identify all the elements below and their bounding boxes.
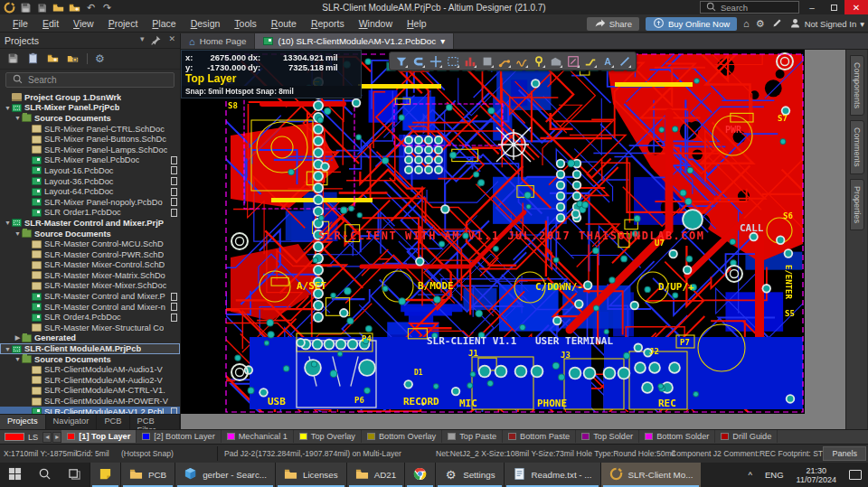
- trace-tool-icon[interactable]: [582, 53, 598, 69]
- undo-icon[interactable]: ↶: [85, 2, 97, 14]
- taskbar-task-view[interactable]: [60, 463, 90, 487]
- pen-icon[interactable]: [771, 17, 783, 31]
- project-options-icon[interactable]: [67, 52, 80, 65]
- menu-edit[interactable]: Edit: [35, 16, 66, 31]
- scroll-left-icon[interactable]: ◂: [42, 432, 52, 443]
- minimize-button[interactable]: –: [801, 0, 823, 14]
- expand-open-icon[interactable]: ▼: [4, 105, 12, 111]
- paste-icon[interactable]: [27, 52, 40, 65]
- tab-active-pcbdoc[interactable]: (10) SLR-ClientModuleAM-V1.2.PcbDoc ▾: [255, 33, 454, 49]
- gear-icon[interactable]: ⚙: [95, 52, 108, 65]
- right-tab-properties[interactable]: Properties: [850, 179, 864, 230]
- layer-set-selector[interactable]: LS: [0, 433, 42, 442]
- taskbar-ad21-folder[interactable]: AD21: [346, 463, 405, 487]
- pcb-canvas[interactable]: [181, 50, 845, 429]
- menu-tools[interactable]: Tools: [227, 16, 264, 31]
- text-tool-icon[interactable]: A: [599, 53, 615, 69]
- panel-tab-pcb[interactable]: PCB: [97, 415, 129, 429]
- tree-item[interactable]: SLR-Master Mixer-Control.SchD: [0, 260, 180, 271]
- tree-item[interactable]: SLR-Mixer Panel-Lamps.SchDoc: [0, 145, 180, 155]
- open-project-icon[interactable]: [69, 2, 80, 14]
- altium-logo-icon[interactable]: [4, 2, 15, 14]
- layer-tab-top-paste[interactable]: Top Paste: [442, 430, 503, 443]
- projects-search-box[interactable]: Search: [5, 72, 175, 88]
- home-icon[interactable]: ⌂: [743, 19, 750, 29]
- taskbar-start[interactable]: [0, 463, 30, 487]
- expand-closed-icon[interactable]: ▶: [14, 334, 22, 342]
- tree-item[interactable]: SLR Order4.PcbDoc: [0, 312, 180, 323]
- tree-item[interactable]: SLR Order1.PcbDoc: [0, 208, 180, 219]
- tab-home-page[interactable]: ⌂ Home Page: [181, 33, 255, 49]
- tree-item[interactable]: SLR-Master Control-MCU.SchD: [0, 239, 180, 249]
- menu-design[interactable]: Design: [184, 16, 228, 31]
- taskbar-readme[interactable]: Readme.txt - ...: [504, 463, 600, 487]
- line-tool-icon[interactable]: [617, 53, 632, 69]
- share-button[interactable]: Share: [587, 17, 639, 31]
- taskbar-altium[interactable]: SLR-Client Mo...: [600, 463, 702, 487]
- tree-item[interactable]: SLR-ClientModuleAM-Audio1-V: [0, 364, 180, 375]
- taskbar-licenses-folder[interactable]: Licenses: [275, 463, 346, 487]
- right-tab-comments[interactable]: Comments: [850, 120, 864, 174]
- menu-reports[interactable]: Reports: [304, 16, 352, 31]
- menu-view[interactable]: View: [66, 16, 101, 31]
- tree-item[interactable]: ▼SLR-Master Control and Mixer.PrjP: [0, 218, 180, 229]
- close-button[interactable]: ✕: [844, 0, 868, 14]
- layer-tab-drill-guide[interactable]: Drill Guide: [715, 430, 778, 443]
- layer-tab-top-solder[interactable]: Top Solder: [576, 430, 639, 443]
- redo-icon[interactable]: ↷: [101, 2, 113, 14]
- taskbar-sticky-notes[interactable]: [90, 463, 120, 487]
- layer-tab-bottom-overlay[interactable]: Bottom Overlay: [362, 430, 442, 443]
- layer-tab-mechanical-1[interactable]: Mechanical 1: [222, 430, 294, 443]
- via-tool-icon[interactable]: [531, 53, 546, 69]
- layer-tab--1-top-layer[interactable]: [1] Top Layer: [61, 430, 137, 443]
- maximize-button[interactable]: [823, 0, 844, 14]
- tree-item[interactable]: SLR-Mixer Panel-CTRL.SchDoc: [0, 124, 180, 135]
- taskbar-pcb-folder[interactable]: PCB: [120, 463, 175, 487]
- layer-tab-bottom-solder[interactable]: Bottom Solder: [639, 430, 715, 443]
- route-tool-icon[interactable]: [496, 53, 512, 69]
- buy-online-now-button[interactable]: Buy Online Now: [646, 17, 737, 31]
- tree-item[interactable]: SLR-Master Mixer-Matrix.SchDo: [0, 270, 180, 281]
- tree-item[interactable]: ▼Source Documents: [0, 354, 180, 365]
- expand-open-icon[interactable]: ▼: [14, 230, 22, 237]
- tree-item[interactable]: Layout-36.PcbDoc: [0, 176, 180, 187]
- tree-item[interactable]: SLR-Master Control-PWR.SchD: [0, 249, 180, 260]
- expand-open-icon[interactable]: ▼: [14, 115, 22, 121]
- titlebar-search-box[interactable]: Search: [700, 1, 799, 14]
- tree-item[interactable]: Layout-16.PcbDoc: [0, 165, 180, 176]
- tree-item[interactable]: SLR-ClientModuleAM-CTRL-V1.: [0, 386, 180, 397]
- scroll-right-icon[interactable]: ▸: [52, 432, 61, 443]
- tree-item[interactable]: ▼SLR-Mixer Panel.PrjPcb: [0, 103, 180, 114]
- tree-item[interactable]: SLR-Master Mixer-Mixer.SchDoc: [0, 281, 180, 292]
- panels-button[interactable]: Panels: [823, 446, 866, 461]
- tree-item[interactable]: Project Group 1.DsnWrk: [0, 92, 180, 103]
- hidden-icons-chevron[interactable]: ^: [742, 463, 759, 487]
- panel-tab-pcb-filter[interactable]: PCB Filter: [130, 415, 180, 429]
- panel-tab-projects[interactable]: Projects: [0, 415, 46, 429]
- save-project-icon[interactable]: [7, 52, 20, 65]
- taskbar-settings[interactable]: ⚙Settings: [435, 463, 503, 487]
- taskbar-clock[interactable]: 21:30 11/07/2024: [790, 463, 843, 487]
- select-tool-icon[interactable]: [445, 53, 460, 69]
- panel-tab-navigator[interactable]: Navigator: [46, 415, 98, 429]
- tree-item[interactable]: SLR-Mixer Panel-nopoly.PcbDo: [0, 197, 180, 208]
- panel-close-icon[interactable]: ✕: [168, 34, 175, 48]
- gear-icon[interactable]: ⚙: [756, 19, 765, 29]
- menu-route[interactable]: Route: [264, 16, 304, 31]
- language-indicator[interactable]: ENG: [759, 463, 790, 487]
- menu-help[interactable]: Help: [400, 16, 434, 31]
- tree-item[interactable]: ▼SLR-Client ModuleAM.PrjPcb: [0, 343, 180, 354]
- open-document-icon[interactable]: [47, 52, 60, 65]
- expand-open-icon[interactable]: ▼: [4, 346, 12, 352]
- tree-item[interactable]: ▼Source Documents: [0, 113, 180, 124]
- notification-center-button[interactable]: [843, 463, 868, 487]
- right-tab-components[interactable]: Components: [850, 55, 864, 116]
- move-tool-icon[interactable]: [428, 53, 443, 69]
- menu-project[interactable]: Project: [101, 16, 146, 31]
- layer-tab-top-overlay[interactable]: Top Overlay: [294, 430, 362, 443]
- layer-tab-bottom-paste[interactable]: Bottom Paste: [503, 430, 576, 443]
- taskbar-taskbar-search[interactable]: [30, 463, 60, 487]
- menu-window[interactable]: Window: [352, 16, 400, 31]
- polygon-tool-icon[interactable]: [548, 53, 563, 69]
- tree-item[interactable]: SLR-Master Control and Mixer-n: [0, 302, 180, 313]
